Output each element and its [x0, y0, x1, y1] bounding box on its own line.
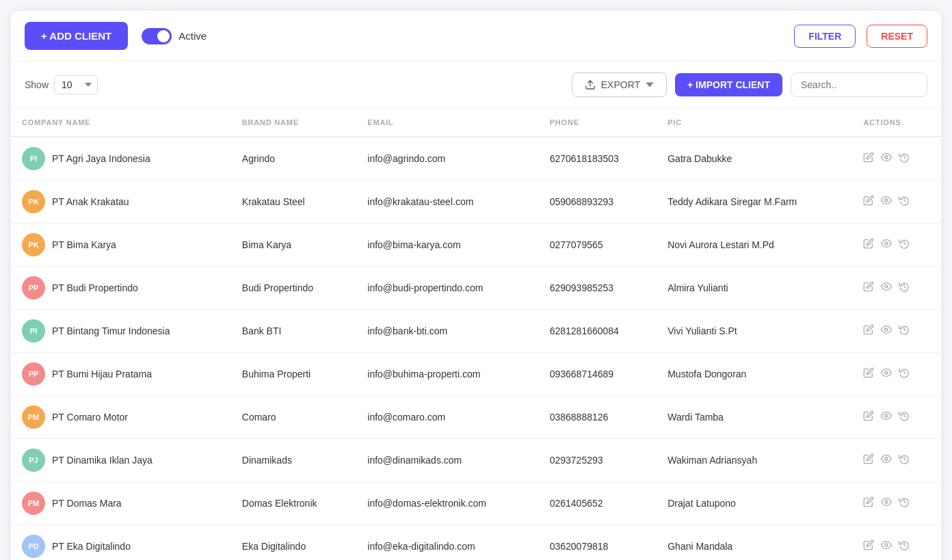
view-icon[interactable] — [881, 410, 892, 424]
table-row: PI PT Agri Jaya Indonesia Agrindo info@a… — [11, 137, 941, 181]
pic-cell: Drajat Latupono — [657, 482, 852, 525]
history-icon[interactable] — [899, 152, 910, 165]
show-select[interactable]: 5 10 25 50 100 — [54, 75, 98, 94]
company-name: PT Domas Mara — [52, 498, 122, 509]
add-client-button[interactable]: + ADD CLIENT — [25, 22, 128, 50]
svg-point-9 — [885, 501, 888, 503]
company-name: PT Eka Digitalindo — [52, 541, 131, 552]
brand-name-cell: Domas Elektronik — [231, 482, 356, 525]
brand-name-cell: Bima Karya — [231, 224, 356, 267]
brand-name-cell: Dinamikads — [231, 439, 356, 482]
company-name-cell: PK PT Anak Krakatau — [11, 181, 231, 224]
pic-cell: Teddy Adikara Siregar M.Farm — [657, 181, 852, 224]
svg-point-3 — [885, 242, 888, 245]
phone-cell: 059068893293 — [539, 181, 657, 224]
actions-cell — [852, 137, 941, 181]
col-pic: PIC — [657, 109, 852, 137]
svg-point-6 — [885, 371, 888, 374]
company-name-cell: PI PT Agri Jaya Indonesia — [11, 137, 231, 181]
history-icon[interactable] — [899, 195, 910, 209]
pic-cell: Almira Yulianti — [657, 267, 852, 310]
search-input[interactable] — [791, 72, 927, 97]
edit-icon[interactable] — [863, 367, 874, 381]
email-cell: info@buhima-properti.com — [356, 353, 538, 396]
avatar: PP — [22, 276, 45, 299]
brand-name-cell: Eka Digitalindo — [231, 525, 356, 561]
company-name: PT Comaro Motor — [52, 412, 128, 423]
view-icon[interactable] — [881, 281, 892, 295]
reset-button[interactable]: RESET — [867, 25, 927, 48]
avatar: PP — [22, 362, 45, 386]
email-cell: info@bank-bti.com — [356, 310, 538, 353]
edit-icon[interactable] — [863, 195, 874, 209]
edit-icon[interactable] — [863, 324, 874, 338]
email-cell: info@agrindo.com — [356, 137, 538, 181]
table-row: PM PT Domas Mara Domas Elektronik info@d… — [11, 482, 941, 525]
svg-point-1 — [885, 156, 888, 159]
clients-table-wrapper: COMPANY NAME BRAND NAME EMAIL PHONE PIC … — [11, 109, 941, 560]
history-icon[interactable] — [899, 281, 910, 295]
view-icon[interactable] — [881, 453, 892, 467]
export-button[interactable]: EXPORT — [572, 72, 667, 97]
edit-icon[interactable] — [863, 152, 874, 165]
svg-point-8 — [885, 457, 888, 460]
svg-point-4 — [885, 285, 888, 288]
avatar: PI — [22, 319, 45, 343]
history-icon[interactable] — [899, 367, 910, 381]
view-icon[interactable] — [881, 238, 892, 252]
filter-button[interactable]: FILTER — [794, 25, 856, 48]
history-icon[interactable] — [899, 496, 910, 510]
brand-name-cell: Budi Propertindo — [231, 267, 356, 310]
avatar: PD — [22, 535, 45, 558]
email-cell: info@dinamikads.com — [356, 439, 538, 482]
history-icon[interactable] — [899, 238, 910, 252]
edit-icon[interactable] — [863, 410, 874, 424]
brand-name-cell: Krakatau Steel — [231, 181, 356, 224]
view-icon[interactable] — [881, 496, 892, 510]
edit-icon[interactable] — [863, 281, 874, 295]
table-row: PP PT Budi Propertindo Budi Propertindo … — [11, 267, 941, 310]
col-brand-name: BRAND NAME — [231, 109, 356, 137]
actions-cell — [852, 181, 941, 224]
view-icon[interactable] — [881, 539, 892, 553]
company-name-cell: PK PT Bima Karya — [11, 224, 231, 267]
edit-icon[interactable] — [863, 238, 874, 252]
view-icon[interactable] — [881, 195, 892, 209]
import-client-button[interactable]: + IMPORT CLIENT — [675, 73, 782, 96]
view-icon[interactable] — [881, 152, 892, 165]
history-icon[interactable] — [899, 539, 910, 553]
edit-icon[interactable] — [863, 496, 874, 510]
email-cell: info@comaro.com — [356, 396, 538, 439]
active-toggle[interactable] — [142, 28, 172, 44]
history-icon[interactable] — [899, 453, 910, 467]
avatar: PK — [22, 233, 45, 256]
company-name: PT Bumi Hijau Pratama — [52, 369, 152, 379]
company-name-cell: PM PT Comaro Motor — [11, 396, 231, 439]
phone-cell: 0277079565 — [539, 224, 657, 267]
view-icon[interactable] — [881, 367, 892, 381]
col-phone: PHONE — [539, 109, 657, 137]
svg-point-5 — [885, 328, 888, 331]
svg-point-7 — [885, 414, 888, 417]
view-icon[interactable] — [881, 324, 892, 338]
sub-toolbar: Show 5 10 25 50 100 EXPORT + IMPORT CLIE… — [11, 62, 941, 109]
company-name: PT Budi Propertindo — [52, 282, 138, 293]
company-name-cell: PI PT Bintang Timur Indonesia — [11, 310, 231, 353]
col-actions: ACTIONS — [852, 109, 941, 137]
show-label: Show — [25, 79, 49, 90]
page-wrapper: + ADD CLIENT Active FILTER RESET Show 5 … — [11, 11, 941, 560]
company-name: PT Agri Jaya Indonesia — [52, 153, 150, 164]
company-name: PT Bintang Timur Indonesia — [52, 325, 170, 336]
phone-cell: 03620079818 — [539, 525, 657, 561]
pic-cell: Novi Aurora Lestari M.Pd — [657, 224, 852, 267]
history-icon[interactable] — [899, 324, 910, 338]
avatar: PK — [22, 190, 45, 213]
pic-cell: Wardi Tamba — [657, 396, 852, 439]
clients-table: COMPANY NAME BRAND NAME EMAIL PHONE PIC … — [11, 109, 941, 560]
history-icon[interactable] — [899, 410, 910, 424]
table-row: PK PT Anak Krakatau Krakatau Steel info@… — [11, 181, 941, 224]
chevron-down-icon — [646, 81, 654, 89]
edit-icon[interactable] — [863, 539, 874, 553]
email-cell: info@bima-karya.com — [356, 224, 538, 267]
edit-icon[interactable] — [863, 453, 874, 467]
